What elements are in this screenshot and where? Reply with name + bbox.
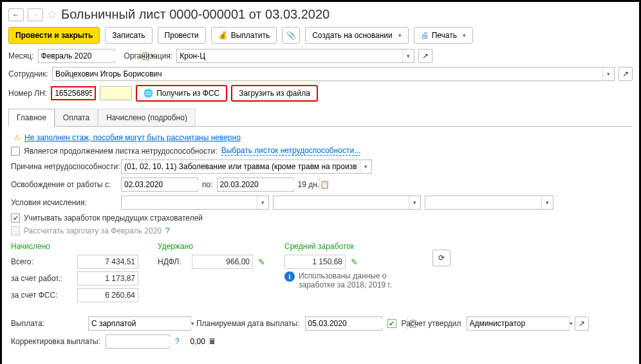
favorite-star-icon[interactable]: ☆ xyxy=(47,8,57,22)
employee-label: Сотрудник: xyxy=(8,69,48,78)
payout-select[interactable]: ▾ xyxy=(88,316,191,331)
reason-label: Причина нетрудоспособности: xyxy=(11,162,117,171)
fss-value: 6 260,64 xyxy=(77,288,138,302)
condition1-select[interactable]: ▾ xyxy=(121,196,269,210)
load-from-file-button[interactable]: Загрузить из файла xyxy=(231,85,318,102)
edit-ndfl-icon[interactable]: ✎ xyxy=(258,257,265,267)
warning-link[interactable]: Не заполнен стаж, пособия могут быть рас… xyxy=(24,133,241,142)
planned-date-label: Планируемая дата выплаты: xyxy=(196,319,300,328)
money-icon: 💰 xyxy=(218,31,228,40)
select-sheet-link[interactable]: Выбрать листок нетрудоспособности... xyxy=(221,146,361,156)
page-title: Больничный лист 0000-000001 от 03.03.202… xyxy=(61,7,330,22)
conditions-label: Условия исчисления: xyxy=(11,198,117,207)
planned-date-input[interactable]: 📋 xyxy=(305,316,382,331)
approved-open-button[interactable]: ↗ xyxy=(575,316,589,331)
ndfl-value: 966,00 xyxy=(192,255,253,269)
ln-label: Номер ЛН: xyxy=(8,89,47,98)
pay-button[interactable]: 💰 Выплатить xyxy=(211,27,277,44)
edit-avg-icon[interactable]: ✎ xyxy=(351,257,358,267)
get-from-fss-button[interactable]: 🌐 Получить из ФСС xyxy=(136,85,227,102)
leave-from-input[interactable]: 📋 xyxy=(121,177,198,192)
prev-insurers-label: Учитывать заработок предыдущих страховат… xyxy=(24,214,203,223)
paperclip-icon: 📎 xyxy=(286,31,296,40)
continuation-checkbox[interactable] xyxy=(11,147,20,156)
leave-to-label: по: xyxy=(202,180,213,189)
org-label: Организация: xyxy=(124,51,173,60)
payout-label: Выплата: xyxy=(11,319,44,328)
employer-value: 1 173,87 xyxy=(77,271,138,286)
submit-close-button[interactable]: Провести и закрыть xyxy=(8,27,100,44)
calculator-icon[interactable]: 🖩 xyxy=(208,335,216,348)
warning-icon: ⚠ xyxy=(14,133,21,142)
leave-days: 19 дн. xyxy=(298,180,320,189)
avg-value: 1 150,68 xyxy=(284,255,346,269)
print-button[interactable]: 🖨 Печать xyxy=(414,27,473,44)
total-value: 7 434,51 xyxy=(77,255,138,269)
tab-accrued[interactable]: Начислено (подробно) xyxy=(98,109,196,127)
month-input[interactable]: 📋 ▾ xyxy=(38,49,115,63)
prev-insurers-checkbox[interactable]: ✔ xyxy=(11,214,20,223)
attach-button[interactable]: 📎 xyxy=(282,27,300,44)
correction-input[interactable]: 🖩 xyxy=(106,334,170,349)
leave-to-input[interactable]: 📋 xyxy=(217,177,294,192)
tab-main[interactable]: Главное xyxy=(8,109,55,127)
submit-button[interactable]: Провести xyxy=(158,27,206,44)
approved-by-select[interactable]: ▾ xyxy=(467,316,570,331)
back-button[interactable]: ← xyxy=(8,8,24,21)
continuation-label: Является продолжением листка нетрудоспос… xyxy=(24,147,218,156)
org-select[interactable]: ▾ xyxy=(176,49,414,63)
org-open-button[interactable]: ↗ xyxy=(418,49,432,63)
tab-payment[interactable]: Оплата xyxy=(55,109,98,127)
save-button[interactable]: Записать xyxy=(105,27,152,44)
month-label: Месяц: xyxy=(8,51,34,60)
refresh-button[interactable]: ⟳ xyxy=(432,250,451,266)
correction-label: Корректировка выплаты: xyxy=(11,337,100,346)
ln-number-input[interactable] xyxy=(51,86,96,100)
avg-header: Средний заработок xyxy=(284,242,413,251)
recalc-label: Рассчитать зарплату за Февраль 2020 xyxy=(24,226,162,235)
approved-label: Расчет утвердил xyxy=(402,319,461,328)
approved-checkbox[interactable]: ✔ xyxy=(387,319,396,328)
leave-from-label: Освобождение от работы с: xyxy=(11,180,117,189)
withheld-header: Удержано xyxy=(158,242,265,251)
create-based-button[interactable]: Создать на основании xyxy=(305,27,409,44)
info-note: Использованы данные о заработке за 2018,… xyxy=(299,271,413,289)
calendar-icon[interactable]: 📋 xyxy=(319,178,330,191)
printer-icon: 🖨 xyxy=(421,31,429,40)
help-icon[interactable]: ? xyxy=(175,337,180,346)
employee-open-button[interactable]: ↗ xyxy=(618,67,633,81)
info-icon: i xyxy=(284,271,295,282)
condition3-select[interactable]: ▾ xyxy=(425,196,553,210)
globe-icon: 🌐 xyxy=(144,89,153,98)
forward-button[interactable]: → xyxy=(28,8,43,21)
accrued-header: Начислено xyxy=(11,242,138,251)
reason-select[interactable]: ▾ xyxy=(121,159,372,174)
ln-extra-input[interactable] xyxy=(100,86,132,100)
recalc-checkbox xyxy=(11,226,20,235)
condition2-select[interactable]: ▾ xyxy=(273,196,421,210)
employee-select[interactable]: ▾ xyxy=(52,67,615,81)
help-icon[interactable]: ? xyxy=(165,226,170,235)
